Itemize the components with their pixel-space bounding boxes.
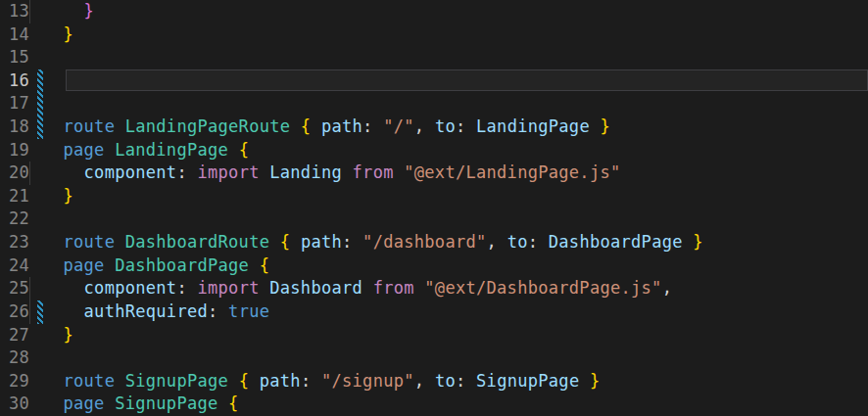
code-token: "/" (383, 116, 414, 136)
code-line[interactable]: 23route DashboardRoute { path: "/dashboa… (0, 231, 868, 254)
code-text (29, 92, 868, 116)
line-number[interactable]: 16 (0, 69, 29, 93)
code-line[interactable]: 14} (0, 23, 868, 47)
code-token: SignupPage (125, 371, 228, 391)
code-text (29, 69, 868, 93)
code-line[interactable]: 28 (0, 347, 868, 370)
code-text: component: import Dashboard from "@ext/D… (29, 277, 868, 300)
line-number[interactable]: 30 (0, 393, 29, 416)
code-token: : (528, 232, 539, 252)
code-token: from (353, 162, 394, 182)
code-line[interactable]: 20 component: import Landing from "@ext/… (0, 162, 868, 185)
line-number[interactable]: 26 (0, 300, 29, 324)
code-line[interactable]: 21} (0, 185, 868, 208)
code-token (311, 371, 321, 391)
code-line[interactable]: 30page SignupPage { (0, 393, 868, 416)
code-token (249, 255, 260, 275)
code-token: Dashboard (269, 278, 362, 298)
code-token: import (198, 278, 260, 298)
code-line[interactable]: 18route LandingPageRoute { path: "/", to… (0, 116, 868, 139)
indent-guide (29, 0, 30, 23)
code-token (105, 393, 116, 413)
code-token: page (64, 393, 105, 413)
code-token (362, 278, 373, 298)
code-token: LandingPage (476, 116, 590, 136)
code-token: path (260, 371, 301, 391)
code-line[interactable]: 15 (0, 46, 868, 69)
code-token: DashboardPage (549, 232, 683, 252)
code-token: , (414, 116, 425, 136)
code-token: route (64, 116, 116, 136)
code-token: Landing (269, 162, 342, 182)
code-text: route LandingPageRoute { path: "/", to: … (29, 116, 868, 139)
code-token: DashboardPage (115, 255, 249, 275)
code-token: "@ext/DashboardPage.js" (424, 278, 661, 298)
code-token: SignupPage (476, 371, 579, 391)
code-line[interactable]: 24page DashboardPage { (0, 254, 868, 278)
line-number[interactable]: 22 (0, 208, 29, 231)
code-line[interactable]: 17 (0, 92, 868, 116)
line-number[interactable]: 13 (0, 0, 29, 23)
code-text: } (29, 185, 868, 208)
code-token: "/dashboard" (362, 232, 486, 252)
code-line[interactable]: 29route SignupPage { path: "/signup", to… (0, 370, 868, 393)
code-line[interactable]: 19page LandingPage { (0, 139, 868, 162)
code-token: to (507, 232, 528, 252)
line-number[interactable]: 20 (0, 162, 29, 185)
code-text (29, 347, 868, 370)
code-token (105, 255, 116, 275)
code-token: } (590, 371, 601, 391)
code-line[interactable]: 25 component: import Dashboard from "@ex… (0, 277, 868, 300)
code-token: } (64, 325, 74, 345)
code-line[interactable]: 26 authRequired: true (0, 300, 868, 324)
code-token: , (487, 232, 498, 252)
line-number[interactable]: 28 (0, 347, 29, 370)
code-token: SignupPage (115, 393, 217, 413)
code-token (64, 1, 84, 21)
line-number[interactable]: 15 (0, 46, 29, 69)
line-number[interactable]: 17 (0, 92, 29, 116)
code-token (64, 162, 84, 182)
line-number[interactable]: 23 (0, 231, 29, 254)
code-token (64, 278, 84, 298)
code-token: path (301, 232, 342, 252)
code-token: { (301, 116, 312, 136)
line-number[interactable]: 29 (0, 370, 29, 393)
code-token (466, 116, 477, 136)
line-number[interactable]: 19 (0, 139, 29, 162)
editor-lines-layer: 13 }14}15161718route LandingPageRoute { … (0, 0, 868, 416)
code-token: route (64, 371, 116, 391)
line-number[interactable]: 18 (0, 116, 29, 139)
code-token (424, 371, 435, 391)
code-token: } (84, 1, 95, 21)
line-number[interactable]: 27 (0, 324, 29, 347)
code-token: : (208, 301, 218, 321)
code-token: , (414, 371, 425, 391)
code-editor[interactable]: 13 }14}15161718route LandingPageRoute { … (0, 0, 868, 416)
code-text: authRequired: true (29, 300, 868, 324)
code-line[interactable]: 22 (0, 208, 868, 231)
code-token: LandingPageRoute (125, 116, 291, 136)
line-number[interactable]: 25 (0, 277, 29, 300)
code-token (187, 162, 198, 182)
code-token (290, 232, 301, 252)
code-line[interactable]: 16 (0, 69, 868, 93)
code-token: path (321, 116, 362, 136)
line-number[interactable]: 24 (0, 254, 29, 278)
code-token: true (228, 301, 269, 321)
code-line[interactable]: 27} (0, 324, 868, 347)
code-token (538, 232, 549, 252)
code-token: { (260, 255, 270, 275)
code-token: page (64, 255, 105, 275)
code-token (373, 116, 384, 136)
code-token: { (239, 140, 250, 160)
code-token (466, 371, 477, 391)
code-line[interactable]: 13 } (0, 0, 868, 23)
line-number[interactable]: 14 (0, 23, 29, 47)
code-token: , (662, 278, 673, 298)
code-token (105, 140, 116, 160)
line-number[interactable]: 21 (0, 185, 29, 208)
code-token (260, 278, 270, 298)
code-token (218, 393, 229, 413)
code-token: : (176, 162, 187, 182)
